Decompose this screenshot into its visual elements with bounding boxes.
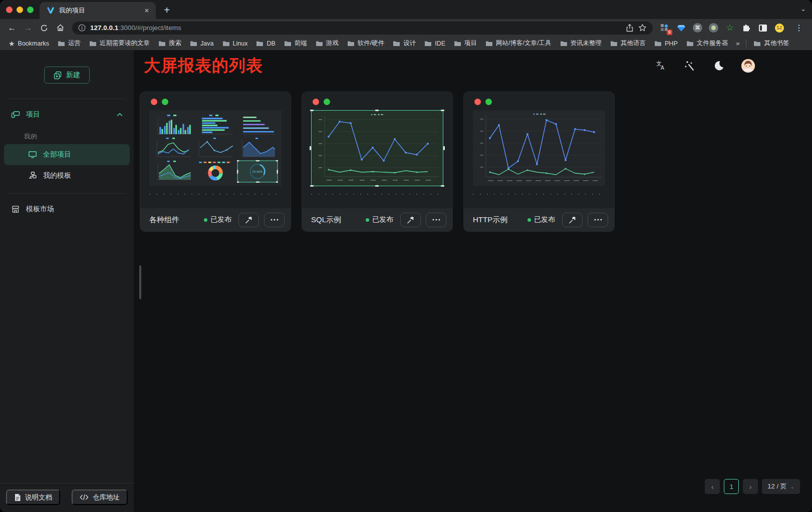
bookmark-folder[interactable]: PHP <box>651 39 681 48</box>
bookmark-folder[interactable]: 搜索 <box>155 38 185 49</box>
edit-project-button[interactable] <box>400 213 421 227</box>
sidebar-nav: 项目 我的 全部项目 我的模板 <box>0 99 134 186</box>
card-footer: 各种组件 已发布 <box>140 208 291 231</box>
share-icon[interactable] <box>626 24 634 32</box>
bookmark-folder[interactable]: Java <box>186 39 217 48</box>
card-red-dot <box>313 99 319 105</box>
current-page-button[interactable]: 1 <box>724 479 739 494</box>
chevron-up-icon[interactable] <box>117 113 123 117</box>
home-button[interactable] <box>53 21 67 35</box>
bookmark-folder[interactable]: 文件服务器 <box>683 38 732 49</box>
folder-icon <box>284 41 292 47</box>
project-thumbnail[interactable]: 25.00% <box>149 110 282 186</box>
sidebar-item-all-projects[interactable]: 全部项目 <box>4 144 130 165</box>
project-thumbnail[interactable] <box>473 110 605 186</box>
bookmark-folder[interactable]: 资讯未整理 <box>557 38 606 49</box>
bookmark-star-icon[interactable] <box>638 24 647 32</box>
project-card[interactable]: HTTP示例 已发布 <box>463 92 615 232</box>
bookmark-folder[interactable]: 设计 <box>389 38 419 49</box>
project-thumbnail-selected[interactable] <box>311 110 443 186</box>
folder-icon <box>485 41 493 47</box>
repo-button[interactable]: 仓库地址 <box>72 489 128 505</box>
bookmark-folder[interactable]: IDE <box>421 39 449 48</box>
language-toggle-button[interactable]: 文A <box>654 59 667 72</box>
bookmark-folder[interactable]: 游戏 <box>312 38 342 49</box>
gem-extension-icon[interactable] <box>676 23 686 33</box>
dotted-divider <box>311 194 443 195</box>
browser-window: 我的项目 × + ⌄ ← → 127.0.0.1:3000/#/project/… <box>0 0 812 512</box>
more-actions-button[interactable] <box>264 213 285 227</box>
side-panel-icon[interactable] <box>758 23 768 33</box>
bookmark-folder[interactable]: DB <box>252 39 279 48</box>
page-size-select[interactable]: 12 / 页⌄ <box>762 479 800 494</box>
bookmarks-overflow-chevron[interactable]: » <box>733 40 742 47</box>
bookmarks-root-folder[interactable]: ★Bookmarks <box>5 39 53 49</box>
sidebar-sub-label: 我的 <box>4 125 130 144</box>
command-extension-icon[interactable]: ⌘ <box>693 23 702 33</box>
bookmark-folder[interactable]: Linux <box>219 39 251 48</box>
projects-icon <box>11 110 20 119</box>
close-window-button[interactable] <box>6 7 13 13</box>
line-chart-preview <box>312 111 443 186</box>
bookmark-folder[interactable]: 项目 <box>450 38 480 49</box>
new-tab-button[interactable]: + <box>160 4 174 18</box>
star-icon: ★ <box>9 40 15 48</box>
next-page-button[interactable]: › <box>743 479 758 494</box>
extensions-puzzle-icon[interactable] <box>741 23 751 33</box>
bookmark-folder[interactable]: 运营 <box>54 38 84 49</box>
browser-tab[interactable]: 我的项目 × <box>40 2 156 19</box>
back-button[interactable]: ← <box>5 21 19 35</box>
bookmark-folder[interactable]: 其他语言 <box>607 38 649 49</box>
tab-search-chevron-icon[interactable]: ⌄ <box>800 5 806 13</box>
forward-button[interactable]: → <box>21 21 35 35</box>
sidebar: 新建 项目 我的 全部项目 我的模板 <box>0 50 134 512</box>
sidebar-group-projects[interactable]: 项目 <box>4 104 130 125</box>
user-avatar[interactable] <box>741 59 755 73</box>
edit-project-button[interactable] <box>562 213 583 227</box>
card-green-dot <box>324 99 330 105</box>
bookmark-folder[interactable]: 前端 <box>281 38 311 49</box>
record-extension-icon[interactable] <box>709 23 718 33</box>
sidebar-item-my-templates[interactable]: 我的模板 <box>4 165 130 186</box>
edit-project-button[interactable] <box>238 213 259 227</box>
goview-app: 新建 项目 我的 全部项目 我的模板 <box>0 50 812 512</box>
docs-button[interactable]: 说明文档 <box>6 489 60 505</box>
folder-icon <box>89 41 97 47</box>
reload-button[interactable] <box>37 21 51 35</box>
folder-icon <box>316 41 323 47</box>
bookmark-folder[interactable]: 近期需要读的文章 <box>86 38 153 49</box>
prev-page-button[interactable]: ‹ <box>705 479 720 494</box>
profile-emoji-icon[interactable] <box>774 23 784 33</box>
folder-icon <box>610 41 618 47</box>
mini-area-chart-blue <box>237 137 278 160</box>
ellipsis-icon <box>594 219 602 221</box>
tampermonkey-extension-icon[interactable]: 9 <box>660 23 670 33</box>
more-actions-button[interactable] <box>426 213 446 227</box>
tab-title: 我的项目 <box>59 6 138 15</box>
bookmark-folder[interactable]: 软件/硬件 <box>344 38 388 49</box>
dark-mode-button[interactable] <box>712 59 725 72</box>
more-actions-button[interactable] <box>588 213 608 227</box>
folder-icon <box>454 41 461 47</box>
card-title: 各种组件 <box>149 215 199 225</box>
project-card[interactable]: SQL示例 已发布 <box>302 92 453 232</box>
chrome-menu-icon[interactable]: ⋮ <box>791 23 805 33</box>
sidebar-item-template-market[interactable]: 模板市场 <box>4 199 130 220</box>
traffic-lights <box>0 0 40 19</box>
address-bar[interactable]: 127.0.0.1:3000/#/project/items <box>72 22 653 35</box>
zoom-window-button[interactable] <box>27 7 34 13</box>
main-content: 大屏报表的列表 文A <box>134 50 812 512</box>
other-bookmarks-folder[interactable]: 其他书签 <box>750 38 792 49</box>
folder-icon <box>654 41 662 47</box>
new-project-button[interactable]: 新建 <box>44 67 90 84</box>
theme-wand-button[interactable] <box>683 59 696 72</box>
site-info-icon[interactable] <box>78 24 86 32</box>
create-copy-icon <box>54 71 62 80</box>
bookmark-folder[interactable]: 网站/博客/文章/工具 <box>482 38 555 49</box>
project-card[interactable]: 25.00% 各种组件 已发布 <box>140 92 291 232</box>
tab-close-icon[interactable]: × <box>143 7 151 15</box>
minimize-window-button[interactable] <box>17 7 23 13</box>
green-star-extension-icon[interactable]: ☆ <box>725 23 735 33</box>
folder-icon <box>190 41 197 47</box>
scrollbar-thumb[interactable] <box>139 265 141 299</box>
